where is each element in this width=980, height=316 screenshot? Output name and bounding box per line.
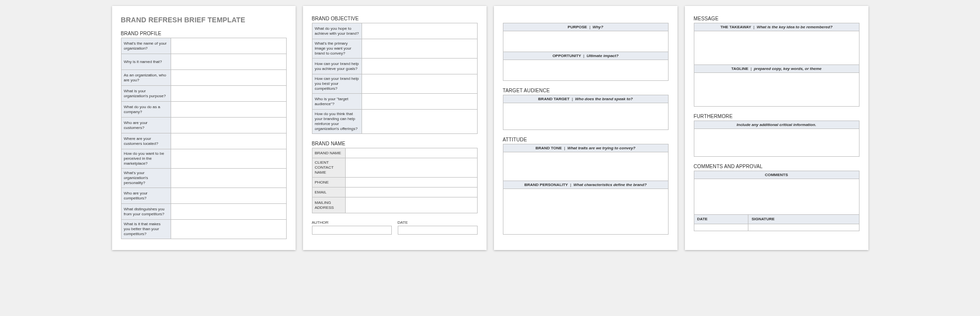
brandname-value[interactable]	[345, 178, 477, 188]
profile-answer[interactable]	[171, 220, 286, 239]
table-row: Who is your "target audience"?	[312, 94, 477, 110]
brand-profile-heading: BRAND PROFILE	[121, 31, 287, 36]
profile-answer[interactable]	[171, 149, 286, 169]
brand-tone-header: BRAND TONE | What traits are we trying t…	[503, 144, 669, 152]
brand-objective-heading: BRAND OBJECTIVE	[312, 16, 478, 21]
objective-answer[interactable]	[362, 94, 477, 110]
tagline-label: TAGLINE	[731, 66, 748, 71]
table-row: What do you do as a company?	[121, 102, 286, 118]
objective-question: Who is your "target audience"?	[312, 94, 362, 110]
sig-date-value[interactable]	[694, 224, 748, 231]
profile-answer[interactable]	[171, 169, 286, 188]
objective-question: How can your brand help you best your co…	[312, 74, 362, 94]
objective-question: What's the primary image you want your b…	[312, 39, 362, 59]
opportunity-box[interactable]	[503, 60, 669, 81]
table-row: What's the name of your organization?	[121, 38, 286, 54]
profile-answer[interactable]	[171, 204, 286, 220]
profile-question: What is your organization's purpose?	[121, 86, 171, 102]
author-input[interactable]	[312, 226, 392, 235]
profile-answer[interactable]	[171, 188, 286, 204]
comments-heading: COMMENTS AND APPROVAL	[694, 164, 859, 169]
tagline-header: TAGLINE | prepared copy, key words, or t…	[694, 65, 859, 73]
sig-signature-label: SIGNATURE	[748, 215, 859, 224]
takeaway-box[interactable]	[694, 31, 859, 65]
tagline-box[interactable]	[694, 73, 859, 107]
author-date-row: AUTHOR DATE	[312, 220, 478, 235]
table-row: MAILING ADDRESS	[312, 197, 477, 213]
takeaway-header: THE TAKEAWAY | What is the key idea to b…	[694, 23, 859, 31]
purpose-box[interactable]	[503, 31, 669, 52]
brand-objective-table: What do you hope to achieve with your br…	[312, 23, 478, 134]
objective-question: How can your brand help you achieve your…	[312, 59, 362, 74]
objective-question: What do you hope to achieve with your br…	[312, 23, 362, 39]
brandname-label: MAILING ADDRESS	[312, 197, 345, 213]
table-row: Who are your competitors?	[121, 188, 286, 204]
brandname-label: EMAIL	[312, 188, 345, 197]
profile-question: Why is it named that?	[121, 54, 171, 70]
objective-answer[interactable]	[362, 110, 477, 134]
brand-personality-header: BRAND PERSONALITY | What characteristics…	[503, 181, 669, 189]
comments-box[interactable]	[694, 179, 859, 215]
objective-answer[interactable]	[362, 74, 477, 94]
brand-name-table: BRAND NAME CLIENT CONTACT NAME PHONE EMA…	[312, 148, 478, 213]
profile-question: Who are your customers?	[121, 118, 171, 133]
purpose-header: PURPOSE | Why?	[503, 23, 669, 31]
profile-answer[interactable]	[171, 54, 286, 70]
profile-answer[interactable]	[171, 70, 286, 86]
sig-signature-value[interactable]	[748, 224, 859, 231]
date-label: DATE	[398, 220, 478, 225]
profile-question: Where are your customers located?	[121, 133, 171, 149]
table-row: Where are your customers located?	[121, 133, 286, 149]
profile-question: How do you want to be perceived in the m…	[121, 149, 171, 169]
table-row: EMAIL	[312, 188, 477, 197]
brand-personality-label: BRAND PERSONALITY	[524, 183, 568, 187]
page-1: BRAND REFRESH BRIEF TEMPLATE BRAND PROFI…	[112, 6, 296, 250]
profile-answer[interactable]	[171, 38, 286, 54]
page-3: PURPOSE | Why? OPPORTUNITY | Ultimate im…	[494, 6, 677, 250]
brand-target-box[interactable]	[503, 103, 669, 130]
comments-label: COMMENTS	[694, 171, 859, 179]
purpose-sub: Why?	[593, 25, 604, 29]
profile-answer[interactable]	[171, 86, 286, 102]
brand-personality-box[interactable]	[503, 189, 669, 235]
profile-question: What's your organization's personality?	[121, 169, 171, 188]
objective-answer[interactable]	[362, 39, 477, 59]
profile-answer[interactable]	[171, 118, 286, 133]
profile-answer[interactable]	[171, 133, 286, 149]
brand-tone-box[interactable]	[503, 152, 669, 181]
table-row: Why is it named that?	[121, 54, 286, 70]
table-row: What do you hope to achieve with your br…	[312, 23, 477, 39]
table-row: How do you want to be perceived in the m…	[121, 149, 286, 169]
furthermore-heading: FURTHERMORE	[694, 114, 859, 119]
brandname-label: CLIENT CONTACT NAME	[312, 158, 345, 178]
furthermore-header: Include any additional critical informat…	[694, 121, 859, 129]
opportunity-sub: Ultimate impact?	[587, 54, 618, 58]
table-row: Who are your customers?	[121, 118, 286, 133]
brandname-value[interactable]	[345, 148, 477, 158]
table-row: What's the primary image you want your b…	[312, 39, 477, 59]
author-label: AUTHOR	[312, 220, 392, 225]
objective-question: How do you think that your branding can …	[312, 110, 362, 134]
brand-tone-label: BRAND TONE	[536, 146, 562, 150]
brand-target-header: BRAND TARGET | Who does the brand speak …	[503, 95, 669, 103]
brandname-value[interactable]	[345, 197, 477, 213]
brandname-value[interactable]	[345, 188, 477, 197]
document-title: BRAND REFRESH BRIEF TEMPLATE	[121, 16, 287, 24]
table-row: What is your organization's purpose?	[121, 86, 286, 102]
message-heading: MESSAGE	[694, 16, 859, 21]
brandname-value[interactable]	[345, 158, 477, 178]
takeaway-sub: What is the key idea to be remembered?	[757, 25, 833, 29]
furthermore-box[interactable]	[694, 129, 859, 157]
brand-profile-table: What's the name of your organization? Wh…	[121, 38, 287, 239]
date-input[interactable]	[398, 226, 478, 235]
furthermore-sub: Include any additional critical informat…	[736, 123, 816, 127]
table-row: CLIENT CONTACT NAME	[312, 158, 477, 178]
table-row: BRAND NAME	[312, 148, 477, 158]
profile-answer[interactable]	[171, 102, 286, 118]
opportunity-label: OPPORTUNITY	[552, 54, 581, 58]
target-audience-heading: TARGET AUDIENCE	[503, 88, 669, 93]
brand-target-sub: Who does the brand speak to?	[575, 97, 632, 101]
objective-answer[interactable]	[362, 59, 477, 74]
table-row: How do you think that your branding can …	[312, 110, 477, 134]
objective-answer[interactable]	[362, 23, 477, 39]
